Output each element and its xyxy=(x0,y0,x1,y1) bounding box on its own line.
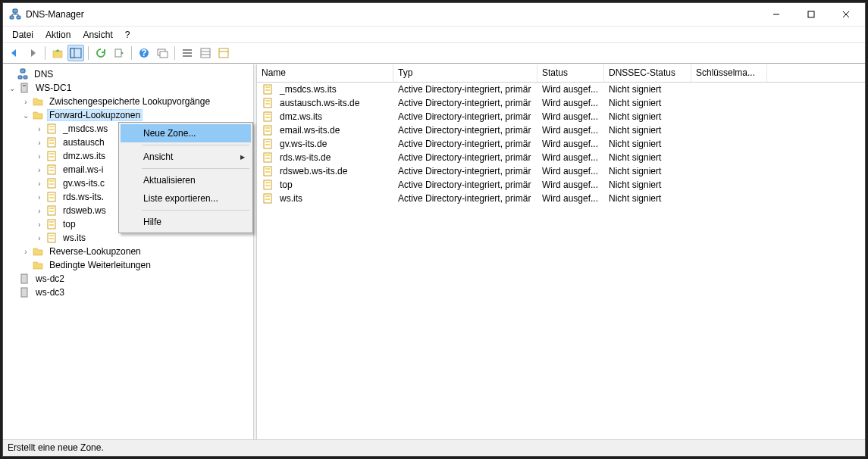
status-text: Erstellt eine neue Zone. xyxy=(8,442,104,453)
tree-reverse-zones[interactable]: › Reverse-Lookupzonen xyxy=(5,245,252,258)
tree-label[interactable]: ws-dc3 xyxy=(33,286,67,298)
tree-server-3[interactable]: ws-dc3 xyxy=(5,286,252,299)
twisty-right-icon[interactable]: › xyxy=(33,205,45,217)
context-menu-item[interactable]: Liste exportieren... xyxy=(121,189,251,208)
tree-conditional-forwarders[interactable]: Bedingte Weiterleitungen xyxy=(5,258,252,272)
filter-button[interactable] xyxy=(215,45,232,61)
tree-label[interactable]: DNS xyxy=(32,68,55,80)
svg-rect-80 xyxy=(265,185,270,186)
twisty-right-icon[interactable]: › xyxy=(33,177,45,189)
twisty-right-icon[interactable]: › xyxy=(33,218,45,230)
tree-label[interactable]: email.ws-i xyxy=(61,164,105,176)
twisty-right-icon[interactable]: › xyxy=(33,232,45,244)
tree-pane[interactable]: DNS ⌄ WS-DC1 › Zwischengespeicherte Look… xyxy=(3,64,253,439)
cell-dnssec: Nicht signiert xyxy=(604,151,691,164)
menu-aktion[interactable]: Aktion xyxy=(39,28,77,42)
tree-label[interactable]: Bedingte Weiterleitungen xyxy=(47,259,153,271)
svg-rect-64 xyxy=(265,114,270,115)
zone-icon xyxy=(45,123,58,135)
detail-view-button[interactable] xyxy=(197,45,214,61)
export-button[interactable] xyxy=(111,45,127,61)
help-button[interactable]: ? xyxy=(136,45,152,61)
twisty-icon[interactable] xyxy=(20,259,32,271)
menu-datei[interactable]: Datei xyxy=(6,28,39,42)
tree-label[interactable]: gv.ws-its.c xyxy=(61,177,107,189)
list-view-button[interactable] xyxy=(179,45,196,61)
tree-label[interactable]: ws.its xyxy=(61,232,88,244)
twisty-icon[interactable] xyxy=(5,68,17,80)
list-row[interactable]: dmz.ws.itsActive Directory-integriert, p… xyxy=(257,110,865,123)
tree-label[interactable]: Zwischengespeicherte Lookupvorgänge xyxy=(47,95,212,108)
twisty-right-icon[interactable]: › xyxy=(33,123,45,135)
list-row[interactable]: austausch.ws-its.deActive Directory-inte… xyxy=(257,96,865,110)
tree-forward-zones[interactable]: ⌄ Forward-Lookupzonen xyxy=(5,108,252,122)
close-button[interactable] xyxy=(829,3,863,26)
menu-help[interactable]: ? xyxy=(119,28,136,42)
list-row[interactable]: email.ws-its.deActive Directory-integrie… xyxy=(257,123,865,137)
svg-rect-21 xyxy=(219,48,228,58)
list-row[interactable]: gv.ws-its.deActive Directory-integriert,… xyxy=(257,137,865,151)
cell-name: top xyxy=(257,178,393,192)
tree-label-selected[interactable]: Forward-Lookupzonen xyxy=(47,109,143,121)
refresh-button[interactable] xyxy=(92,45,109,61)
tree-label[interactable]: rds.ws-its. xyxy=(61,191,106,203)
twisty-right-icon[interactable]: › xyxy=(33,150,45,162)
list-row[interactable]: rdsweb.ws-its.deActive Directory-integri… xyxy=(257,164,865,178)
list-row[interactable]: topActive Directory-integriert, primärWi… xyxy=(257,178,865,192)
twisty-right-icon[interactable]: › xyxy=(33,136,45,148)
col-name[interactable]: Name xyxy=(257,64,393,82)
tree-label[interactable]: Reverse-Lookupzonen xyxy=(47,245,143,258)
context-menu-item[interactable]: Aktualisieren xyxy=(121,171,251,189)
cell-typ: Active Directory-integriert, primär xyxy=(393,97,537,109)
zone-icon xyxy=(45,232,58,244)
tree-label[interactable]: dmz.ws.its xyxy=(61,150,108,162)
tree-label[interactable]: _msdcs.ws xyxy=(61,123,110,135)
svg-rect-45 xyxy=(49,197,54,198)
back-button[interactable] xyxy=(6,45,23,61)
cell-status: Wird ausgef... xyxy=(537,83,604,95)
menu-ansicht[interactable]: Ansicht xyxy=(77,28,118,42)
context-menu-item[interactable]: Ansicht xyxy=(121,148,251,166)
maximize-button[interactable] xyxy=(794,3,829,26)
twisty-right-icon[interactable]: › xyxy=(20,95,32,108)
twisty-icon[interactable] xyxy=(6,286,18,298)
twisty-icon[interactable] xyxy=(6,273,18,285)
list-pane[interactable]: Name Typ Status DNSSEC-Status Schlüsselm… xyxy=(257,64,865,439)
col-typ[interactable]: Typ xyxy=(393,64,537,82)
minimize-button[interactable] xyxy=(759,3,794,26)
col-dnssec[interactable]: DNSSEC-Status xyxy=(604,64,691,82)
cell-key xyxy=(691,170,767,172)
context-menu-item[interactable]: Neue Zone... xyxy=(121,124,251,142)
tree-cached-lookups[interactable]: › Zwischengespeicherte Lookupvorgänge xyxy=(5,95,252,108)
svg-rect-77 xyxy=(265,171,270,173)
tree-label[interactable]: rdsweb.ws xyxy=(61,205,108,217)
svg-rect-56 xyxy=(21,288,27,297)
svg-rect-58 xyxy=(265,86,270,88)
twisty-down-icon[interactable]: ⌄ xyxy=(20,109,32,121)
col-key[interactable]: Schlüsselma... xyxy=(691,64,767,82)
twisty-down-icon[interactable]: ⌄ xyxy=(6,82,18,94)
svg-rect-42 xyxy=(49,183,54,185)
list-row[interactable]: rds.ws-its.deActive Directory-integriert… xyxy=(257,151,865,164)
tree-label[interactable]: ws-dc2 xyxy=(33,273,67,285)
zone-icon xyxy=(45,136,58,148)
svg-rect-27 xyxy=(23,85,26,86)
up-button[interactable] xyxy=(49,45,66,61)
forward-button[interactable] xyxy=(24,45,41,61)
tree-server[interactable]: ⌄ WS-DC1 xyxy=(5,81,252,95)
tree-label[interactable]: top xyxy=(61,218,78,230)
tree-label[interactable]: WS-DC1 xyxy=(33,82,74,94)
twisty-right-icon[interactable]: › xyxy=(33,164,45,176)
new-window-button[interactable] xyxy=(154,45,171,61)
tree-label[interactable]: austausch xyxy=(61,136,107,148)
tree-root-dns[interactable]: DNS xyxy=(5,67,252,81)
show-hide-tree-button[interactable] xyxy=(67,45,84,61)
cell-dnssec: Nicht signiert xyxy=(604,97,691,109)
col-status[interactable]: Status xyxy=(537,64,604,82)
list-row[interactable]: _msdcs.ws.itsActive Directory-integriert… xyxy=(257,83,865,96)
twisty-right-icon[interactable]: › xyxy=(33,191,45,203)
context-menu-item[interactable]: Hilfe xyxy=(121,213,251,231)
tree-server-2[interactable]: ws-dc2 xyxy=(5,272,252,286)
twisty-right-icon[interactable]: › xyxy=(20,245,32,258)
list-row[interactable]: ws.itsActive Directory-integriert, primä… xyxy=(257,192,865,205)
